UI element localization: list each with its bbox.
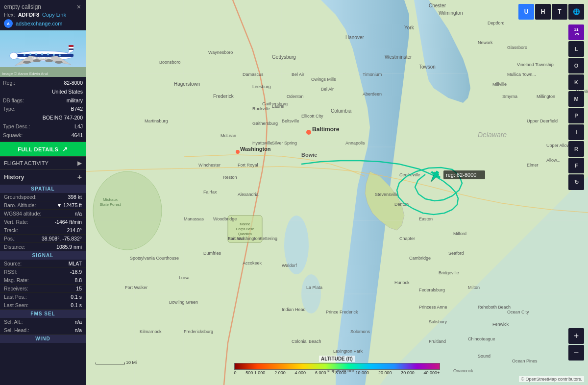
history-plus-icon: +	[77, 173, 82, 182]
reg-info-table: Reg.: 82-8000 United States DB flags: mi…	[0, 77, 86, 142]
h-button[interactable]: H	[535, 4, 551, 20]
svg-text:Easton: Easton	[419, 217, 433, 221]
t-button[interactable]: T	[552, 4, 567, 20]
wgs84-label: WGS84 altitude:	[4, 211, 41, 217]
svg-text:Milton: Milton	[468, 285, 480, 290]
last-pos-row: Last Pos.: 0.1 s	[0, 293, 86, 301]
svg-text:Bel Air: Bel Air	[321, 87, 334, 92]
refresh-button[interactable]: ↻	[568, 174, 584, 190]
altitude-legend: ALTITUDE (ft) 0 500 1 000 2 000 4 000 6 …	[234, 356, 440, 375]
m-button[interactable]: M	[568, 91, 584, 107]
callsign: empty callsign	[4, 3, 41, 10]
svg-text:Silver Spring: Silver Spring	[272, 141, 297, 145]
squawk-row: Squawk: 4641	[3, 131, 83, 140]
svg-text:York: York	[404, 25, 415, 30]
distance-value: 1085.9 nmi	[56, 244, 82, 250]
baro-alt-row: Baro. Altitude: ▼ 12475 ft	[0, 201, 86, 210]
svg-text:Glassboro: Glassboro	[507, 45, 527, 50]
svg-text:Newark: Newark	[478, 40, 493, 45]
svg-text:Michaux: Michaux	[103, 197, 118, 202]
type-desc-row: Type Desc.: L4J	[3, 122, 83, 131]
svg-text:Baltimore: Baltimore	[312, 126, 340, 133]
i-button[interactable]: I	[568, 124, 584, 140]
svg-point-33	[93, 171, 162, 250]
close-button[interactable]: ×	[76, 3, 82, 11]
svg-point-19	[33, 59, 41, 62]
svg-text:Seaford: Seaford	[448, 251, 464, 256]
f-button[interactable]: F	[568, 158, 584, 173]
svg-text:Winchester: Winchester	[198, 163, 220, 168]
spatial-label: SPATIAL	[31, 186, 54, 192]
svg-point-8	[24, 54, 25, 56]
l-button[interactable]: L	[568, 41, 584, 57]
svg-text:Solomons: Solomons	[350, 329, 370, 334]
svg-text:Vineland Township: Vineland Township	[517, 62, 554, 67]
svg-text:Spotsylvania Courthouse: Spotsylvania Courthouse	[130, 256, 179, 261]
o-button[interactable]: O	[568, 58, 584, 73]
svg-point-21	[55, 61, 63, 64]
scale-label: 10 Mi	[126, 360, 137, 365]
svg-text:Waldorf: Waldorf	[282, 263, 297, 268]
track-label: Track:	[4, 227, 18, 233]
svg-text:Washington: Washington	[240, 146, 271, 152]
svg-text:Dumfries: Dumfries	[203, 251, 221, 256]
layers-button[interactable]: 🌐	[568, 4, 584, 20]
msg-rate-value: 8.8	[74, 277, 82, 283]
svg-text:Odenton: Odenton	[287, 94, 304, 99]
country-row: United States	[3, 88, 83, 96]
svg-text:Cambridge: Cambridge	[409, 256, 431, 261]
sel-alt-row: Sel. Alt.: n/a	[0, 318, 86, 326]
svg-text:Fredericksburg: Fredericksburg	[184, 329, 213, 334]
svg-text:Beltsville: Beltsville	[282, 119, 299, 123]
svg-text:Aberdeen: Aberdeen	[363, 92, 382, 96]
left-panel: empty callsign × Hex: ADFDF8 Copy Link A…	[0, 0, 86, 385]
zoom-in-button[interactable]: +	[568, 328, 584, 344]
type-desc-value: L4J	[74, 123, 83, 131]
svg-text:Mullica Town...: Mullica Town...	[507, 72, 536, 77]
svg-text:Waynesboro: Waynesboro	[208, 50, 233, 55]
p-button[interactable]: P	[568, 108, 584, 123]
zoom-out-button[interactable]: −	[568, 345, 584, 361]
svg-text:Elmer: Elmer	[527, 163, 539, 168]
k-button[interactable]: K	[568, 74, 584, 90]
svg-text:McLean: McLean	[220, 133, 236, 138]
r-button[interactable]: R	[568, 141, 584, 157]
u-button[interactable]: U	[518, 4, 534, 20]
rssi-row: RSSI: -18.9	[0, 268, 86, 276]
rssi-value: -18.9	[70, 269, 82, 275]
squawk-label: Squawk:	[3, 132, 23, 140]
svg-text:Suitland: Suitland	[228, 236, 244, 241]
vert-rate-row: Vert. Rate: -1464 ft/min	[0, 218, 86, 226]
full-details-button[interactable]: FULL DETAILS ↗	[0, 142, 86, 156]
flight-activity-arrow: ▶	[77, 160, 82, 167]
map-container[interactable]: Michaux State Forest Marine Corps Base Q…	[86, 0, 588, 385]
last-seen-value: 0.1 s	[71, 302, 82, 308]
receivers-label: Receivers:	[4, 286, 28, 291]
hex-value: ADFDF8	[18, 12, 39, 18]
distance-button[interactable]: 11.25	[568, 24, 584, 40]
type-full-value: BOEING 747-200	[3, 114, 83, 122]
svg-text:Gaithersburg: Gaithersburg	[252, 121, 278, 126]
sel-alt-label: Sel. Alt.:	[4, 319, 23, 325]
svg-text:Martinsburg: Martinsburg	[145, 119, 168, 123]
svg-text:Millville: Millville	[492, 82, 507, 87]
signal-header: SIGNAL	[0, 251, 86, 260]
svg-text:Sound: Sound	[478, 354, 490, 359]
msg-rate-label: Msg. Rate:	[4, 277, 29, 283]
svg-text:Frederick: Frederick	[213, 94, 234, 99]
wgs84-value: n/a	[74, 211, 82, 217]
svg-text:Kettering: Kettering	[260, 236, 277, 241]
aircraft-image: AIR FORCE ONE Image © Aaron Edwin Arul	[0, 30, 86, 77]
flight-activity-section[interactable]: FLIGHT ACTIVITY ▶	[0, 156, 86, 169]
history-section[interactable]: History +	[0, 169, 86, 185]
svg-text:Colonial Beach: Colonial Beach	[292, 339, 321, 344]
history-label: History	[4, 174, 24, 181]
signal-label: SIGNAL	[32, 253, 54, 258]
sel-head-row: Sel. Head.: n/a	[0, 326, 86, 335]
svg-point-7	[10, 52, 18, 59]
svg-text:Smyrna: Smyrna	[502, 94, 517, 99]
svg-text:Milford: Milford	[453, 231, 466, 236]
pos-row: Pos.: 38.908°, -75.832°	[0, 235, 86, 243]
pos-value: 38.908°, -75.832°	[42, 236, 82, 241]
copy-link[interactable]: Copy Link	[42, 12, 66, 18]
